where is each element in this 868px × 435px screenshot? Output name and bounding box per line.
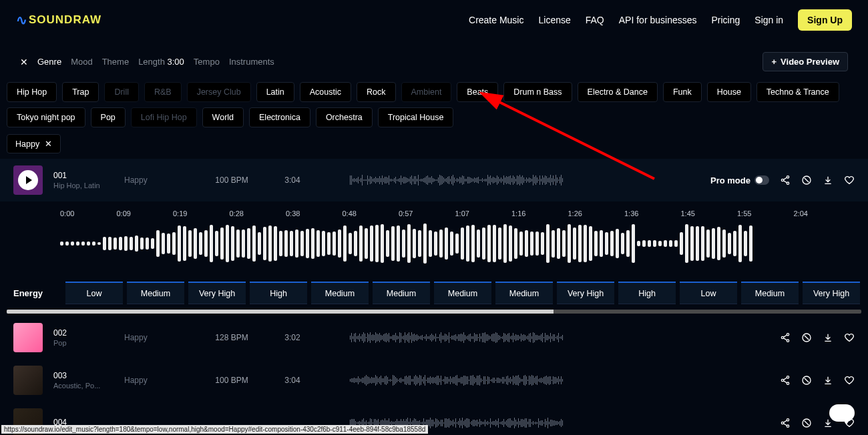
signup-button[interactable]: Sign Up <box>798 9 852 31</box>
genre-lofi-hip-hop[interactable]: Lofi Hip Hop <box>131 107 197 127</box>
genre-world[interactable]: World <box>202 107 244 127</box>
energy-high[interactable]: High <box>618 282 676 304</box>
time-label: 2:04 <box>794 209 808 218</box>
filter-length[interactable]: Length 3:00 <box>138 57 184 67</box>
energy-high[interactable]: High <box>250 282 307 304</box>
genre-funk[interactable]: Funk <box>663 82 702 102</box>
filter-tempo[interactable]: Tempo <box>194 57 220 67</box>
genre-electro-dance[interactable]: Electro & Dance <box>578 82 658 102</box>
track-mood: Happy <box>124 376 191 385</box>
genre-orchestra[interactable]: Orchestra <box>316 107 373 127</box>
filter-instruments[interactable]: Instruments <box>229 57 274 67</box>
track-mood: Happy <box>124 175 191 185</box>
share-icon[interactable] <box>780 332 791 343</box>
energy-medium[interactable]: Medium <box>127 282 184 304</box>
time-label: 0:09 <box>117 209 131 218</box>
time-label: 0:38 <box>286 209 300 218</box>
waveform-mini[interactable] <box>323 172 700 188</box>
video-preview-button[interactable]: + Video Preview <box>763 52 848 71</box>
genre-ambient[interactable]: Ambient <box>401 82 452 102</box>
energy-very-high[interactable]: Very High <box>803 282 860 304</box>
nav-pricing[interactable]: Pricing <box>712 15 740 25</box>
energy-medium[interactable]: Medium <box>495 282 553 304</box>
refresh-icon[interactable] <box>801 418 812 428</box>
energy-medium[interactable]: Medium <box>373 282 430 304</box>
genre-tropical-house[interactable]: Tropical House <box>378 107 454 127</box>
track-duration: 3:04 <box>272 376 312 385</box>
timeline: 0:000:090:190:280:380:480:571:071:161:26… <box>0 201 868 222</box>
filter-genre[interactable]: Genre <box>37 57 61 67</box>
genre-jersey-club[interactable]: Jersey Club <box>187 82 251 102</box>
track-art[interactable] <box>13 165 43 195</box>
energy-very-high[interactable]: Very High <box>188 282 246 304</box>
genre-trap[interactable]: Trap <box>62 82 99 102</box>
energy-medium[interactable]: Medium <box>741 282 799 304</box>
plus-icon: + <box>771 57 777 67</box>
track-id: 002 <box>53 328 114 338</box>
heart-icon[interactable] <box>844 332 855 343</box>
time-label: 1:16 <box>511 209 525 218</box>
track-id: 001 <box>53 171 114 180</box>
nav-faq[interactable]: FAQ <box>586 15 604 25</box>
energy-label: Energy <box>13 282 65 304</box>
scroll-bar[interactable] <box>7 310 861 314</box>
track-mood: Happy <box>124 333 191 342</box>
share-icon[interactable] <box>780 175 791 185</box>
nav-signin[interactable]: Sign in <box>754 15 783 25</box>
track-art[interactable] <box>13 323 43 352</box>
genre-electronica[interactable]: Electronica <box>249 107 310 127</box>
mood-chip-happy[interactable]: Happy ✕ <box>7 134 61 153</box>
genre-latin[interactable]: Latin <box>256 82 294 102</box>
genre-acoustic[interactable]: Acoustic <box>300 82 351 102</box>
time-label: 1:26 <box>568 209 582 218</box>
waveform-main[interactable] <box>0 222 868 268</box>
energy-medium[interactable]: Medium <box>434 282 491 304</box>
energy-medium[interactable]: Medium <box>311 282 369 304</box>
refresh-icon[interactable] <box>801 375 812 386</box>
download-icon[interactable] <box>823 375 833 386</box>
track-genres: Hip Hop, Latin <box>53 181 114 189</box>
logo[interactable]: ∿ SOUNDRAW <box>16 12 101 28</box>
refresh-icon[interactable] <box>801 332 812 343</box>
track-art[interactable] <box>13 366 43 395</box>
time-label: 1:36 <box>624 209 638 218</box>
energy-low[interactable]: Low <box>680 282 737 304</box>
genre-drum-n-bass[interactable]: Drum n Bass <box>503 82 572 102</box>
energy-very-high[interactable]: Very High <box>557 282 614 304</box>
genre-drill[interactable]: Drill <box>104 82 139 102</box>
download-icon[interactable] <box>823 332 833 343</box>
remove-icon[interactable]: ✕ <box>45 139 52 149</box>
energy-low[interactable]: Low <box>65 282 123 304</box>
waveform-mini[interactable] <box>323 372 769 388</box>
time-label: 0:57 <box>399 209 413 218</box>
genre-techno-trance[interactable]: Techno & Trance <box>756 82 839 102</box>
filter-theme[interactable]: Theme <box>102 57 129 67</box>
toggle-icon <box>754 175 769 185</box>
waveform-mini[interactable] <box>323 330 769 346</box>
time-label: 0:19 <box>173 209 187 218</box>
genre-tokyo-night-pop[interactable]: Tokyo night pop <box>7 107 85 127</box>
nav-api[interactable]: API for businesses <box>619 15 697 25</box>
close-icon[interactable]: ✕ <box>20 57 28 67</box>
genre-pop[interactable]: Pop <box>91 107 126 127</box>
nav-create[interactable]: Create Music <box>469 15 523 25</box>
genre-hip-hop[interactable]: Hip Hop <box>7 82 57 102</box>
heart-icon[interactable] <box>844 375 855 386</box>
promode-toggle[interactable]: Pro mode <box>710 175 769 185</box>
share-icon[interactable] <box>780 418 791 428</box>
genre-rock[interactable]: Rock <box>357 82 395 102</box>
nav-license[interactable]: License <box>538 15 570 25</box>
heart-icon[interactable] <box>844 175 855 185</box>
filter-mood[interactable]: Mood <box>71 57 93 67</box>
refresh-icon[interactable] <box>801 175 812 185</box>
genre-r-b[interactable]: R&B <box>144 82 182 102</box>
time-label: 0:48 <box>343 209 357 218</box>
share-icon[interactable] <box>780 375 791 386</box>
genre-house[interactable]: House <box>707 82 751 102</box>
chat-icon[interactable] <box>829 404 855 422</box>
play-button[interactable] <box>18 170 38 190</box>
download-icon[interactable] <box>823 175 833 185</box>
track-meta: 001 Hip Hop, Latin <box>53 171 114 189</box>
time-label: 0:28 <box>230 209 244 218</box>
genre-beats[interactable]: Beats <box>457 82 498 102</box>
